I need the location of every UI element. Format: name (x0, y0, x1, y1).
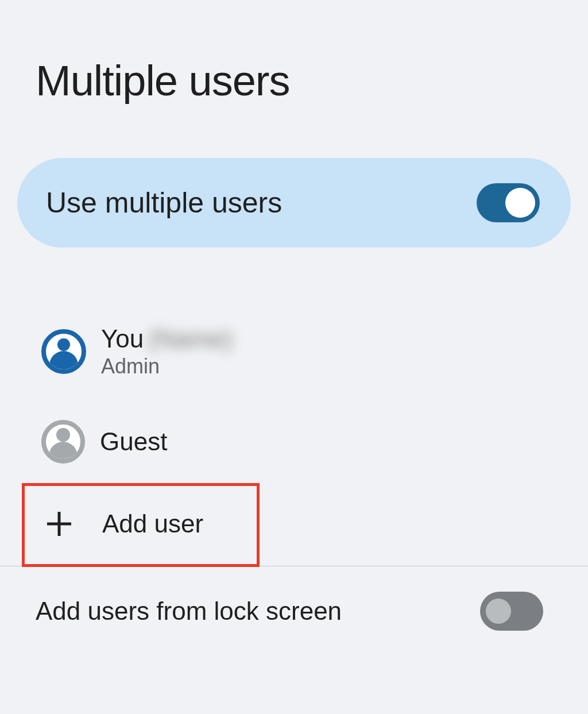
add-user-button[interactable]: Add user (0, 487, 588, 561)
toggle-thumb (505, 188, 535, 218)
users-list: You(Name) Admin Guest Add user (0, 311, 588, 561)
use-multiple-users-row[interactable]: Use multiple users (17, 158, 571, 248)
page-title: Multiple users (0, 29, 588, 105)
use-multiple-users-label: Use multiple users (46, 186, 282, 219)
plus-icon (47, 512, 71, 536)
user-name-label: You(Name) (101, 325, 233, 353)
user-subtitle-label: Admin (101, 354, 233, 379)
add-users-lockscreen-toggle[interactable] (480, 592, 543, 631)
add-user-label: Add user (102, 510, 203, 538)
add-users-lockscreen-label: Add users from lock screen (36, 597, 342, 626)
guest-avatar-icon (41, 420, 85, 464)
guest-name-label: Guest (100, 427, 167, 456)
user-row-guest[interactable]: Guest (0, 406, 588, 477)
user-avatar-icon (41, 329, 86, 374)
toggle-thumb (486, 599, 511, 624)
add-users-lockscreen-row[interactable]: Add users from lock screen (0, 566, 588, 631)
use-multiple-users-toggle[interactable] (477, 183, 540, 222)
user-row-you[interactable]: You(Name) Admin (0, 311, 588, 392)
